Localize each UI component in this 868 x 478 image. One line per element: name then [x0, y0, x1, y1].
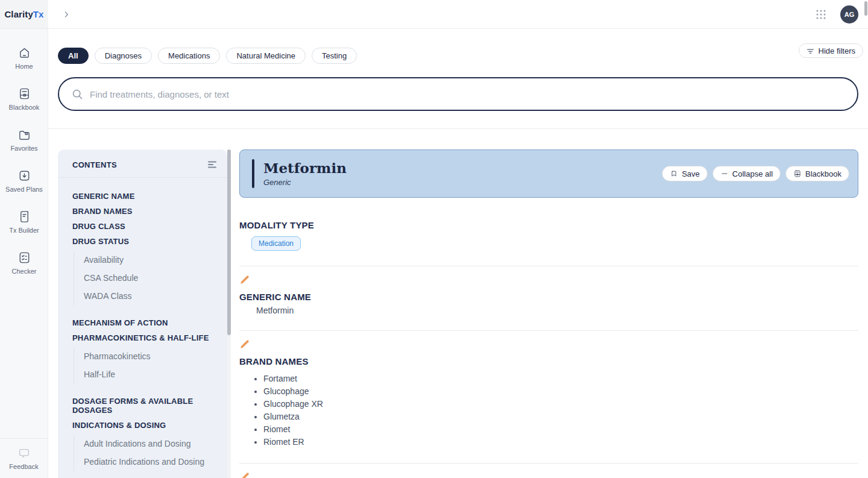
sidebar-collapse-toggle[interactable] [59, 7, 74, 22]
sidebar-nav: Home Blackbook Favorites Saved Plans Tx … [0, 37, 48, 283]
feedback-bubble-icon [17, 447, 31, 460]
brand-name-item: Riomet [263, 423, 858, 435]
toc-sub-pediatric-indications[interactable]: Pediatric Indications and Dosing [84, 453, 221, 471]
user-avatar[interactable]: AG [840, 5, 858, 24]
book-icon [17, 87, 31, 101]
sidebar-item-label: Favorites [10, 145, 37, 152]
drug-subtitle: Generic [263, 178, 347, 187]
brand-name-item: Glucophage XR [263, 397, 858, 410]
sidebar-item-favorites[interactable]: Favorites [0, 119, 48, 160]
hide-filters-label: Hide filters [819, 46, 855, 55]
section-brand-names: BRAND NAMES Fortamet Glucophage Glucopha… [239, 356, 858, 448]
filter-pill-testing[interactable]: Testing [312, 48, 357, 64]
toc-item-generic-name[interactable]: GENERIC NAME [72, 189, 221, 204]
topbar: AG [48, 0, 868, 29]
collapse-all-label: Collapse all [732, 169, 773, 178]
brand-name-item: Glumetza [263, 410, 858, 423]
sidebar: ClarityTx Home Blackbook Favorites Saved… [0, 0, 48, 478]
brand-name-item: Riomet ER [263, 435, 858, 448]
contents-panel: CONTENTS GENERIC NAME BRAND NAMES DRUG C… [58, 149, 227, 478]
edit-pencil-icon[interactable] [239, 471, 250, 478]
toc-item-drug-class[interactable]: DRUG CLASS [72, 219, 221, 234]
home-icon [17, 46, 31, 60]
save-box-icon [17, 169, 31, 183]
toc-item-pharmacokinetics[interactable]: PHARMACOKINETICS & HALF-LIFE [72, 330, 221, 345]
section-divider [239, 330, 858, 331]
save-button-label: Save [682, 169, 700, 178]
section-modality-type: MODALITY TYPE Medication [239, 220, 858, 251]
toc-subgroup-pharmacokinetics: Pharmacokinetics Half-Life [74, 348, 221, 384]
main-content: Metformin Generic Save Collapse all Blac… [239, 149, 858, 478]
modality-type-heading: MODALITY TYPE [239, 220, 858, 230]
generic-name-value: Metformin [256, 306, 858, 315]
toc-item-indications-dosing[interactable]: INDICATIONS & DOSING [72, 418, 221, 433]
sidebar-item-feedback[interactable]: Feedback [0, 438, 48, 478]
search-icon [71, 88, 84, 101]
toc-sub-pharmacokinetics[interactable]: Pharmacokinetics [84, 348, 221, 366]
collapse-all-button[interactable]: Collapse all [712, 166, 781, 181]
contents-title: CONTENTS [72, 160, 117, 169]
toc-sub-availability[interactable]: Availability [84, 251, 221, 269]
toc-item-drug-status[interactable]: DRUG STATUS [72, 234, 221, 249]
toc-item-mechanism-of-action[interactable]: MECHANISM OF ACTION [72, 315, 221, 330]
contents-scrollbar [227, 149, 231, 478]
page-scrollbar-thumb[interactable] [864, 1, 867, 16]
section-generic-name: GENERIC NAME Metformin [239, 292, 858, 315]
drug-title-block: Metformin Generic [263, 160, 347, 186]
filter-pill-natural-medicine[interactable]: Natural Medicine [226, 48, 306, 64]
toc-sub-adult-indications[interactable]: Adult Indications and Dosing [84, 435, 221, 453]
modality-chip[interactable]: Medication [251, 236, 301, 251]
toc-sub-csa-schedule[interactable]: CSA Schedule [84, 269, 221, 288]
filter-pill-row: All Diagnoses Medications Natural Medici… [58, 48, 357, 64]
sidebar-item-saved-plans[interactable]: Saved Plans [0, 160, 48, 201]
toc-item-brand-names[interactable]: BRAND NAMES [72, 204, 221, 219]
sidebar-item-home[interactable]: Home [0, 37, 48, 78]
sidebar-item-blackbook[interactable]: Blackbook [0, 78, 48, 119]
book-icon [793, 169, 802, 178]
toc-lines-icon[interactable] [207, 159, 218, 170]
contents-scrollbar-thumb[interactable] [227, 149, 231, 335]
contents-nav: GENERIC NAME BRAND NAMES DRUG CLASS DRUG… [58, 178, 227, 478]
toc-subgroup-drug-status: Availability CSA Schedule WADA Class [74, 251, 221, 306]
drug-title: Metformin [263, 160, 347, 176]
filter-pill-diagnoses[interactable]: Diagnoses [95, 48, 152, 64]
search-input[interactable] [90, 89, 845, 99]
minus-icon [720, 169, 729, 178]
save-button[interactable]: Save [662, 166, 708, 181]
accent-bar [252, 159, 254, 188]
drug-header-card: Metformin Generic Save Collapse all Blac… [239, 149, 858, 198]
brand-names-list: Fortamet Glucophage Glucophage XR Glumet… [254, 372, 858, 448]
edit-pencil-icon[interactable] [239, 274, 250, 285]
sidebar-item-label: Feedback [9, 463, 38, 470]
app-logo[interactable]: ClarityTx [0, 0, 48, 29]
apps-grid-icon[interactable] [815, 8, 827, 20]
sidebar-item-label: Saved Plans [5, 186, 43, 193]
toc-item-dosage-forms[interactable]: DOSAGE FORMS & AVAILABLE DOSAGES [72, 394, 221, 418]
toc-subgroup-indications: Adult Indications and Dosing Pediatric I… [74, 435, 221, 471]
contents-header: CONTENTS [58, 149, 227, 178]
folder-icon [17, 128, 31, 142]
checklist-icon [17, 251, 31, 265]
blackbook-button-label: Blackbook [805, 169, 841, 178]
blackbook-button[interactable]: Blackbook [785, 166, 849, 181]
generic-name-heading: GENERIC NAME [239, 292, 858, 302]
filter-pill-medications[interactable]: Medications [158, 48, 220, 64]
section-divider [239, 266, 858, 266]
toc-sub-half-life[interactable]: Half-Life [84, 366, 221, 384]
brand-names-heading: BRAND NAMES [239, 356, 858, 366]
sidebar-item-label: Checker [12, 268, 37, 275]
logo-text-primary: Clarity [4, 9, 33, 19]
notepad-icon [17, 210, 31, 224]
sidebar-item-checker[interactable]: Checker [0, 242, 48, 283]
filter-pill-all[interactable]: All [58, 48, 89, 64]
sidebar-item-label: Tx Builder [9, 227, 39, 234]
drug-card-actions: Save Collapse all Blackbook [662, 166, 849, 181]
sidebar-item-label: Blackbook [9, 104, 40, 111]
logo-text-accent: Tx [33, 9, 44, 19]
hide-filters-button[interactable]: Hide filters [799, 43, 863, 58]
sidebar-item-tx-builder[interactable]: Tx Builder [0, 201, 48, 242]
search-bar [58, 77, 858, 111]
edit-pencil-icon[interactable] [239, 339, 250, 350]
toc-sub-wada-class[interactable]: WADA Class [84, 288, 221, 306]
section-divider [239, 463, 858, 464]
